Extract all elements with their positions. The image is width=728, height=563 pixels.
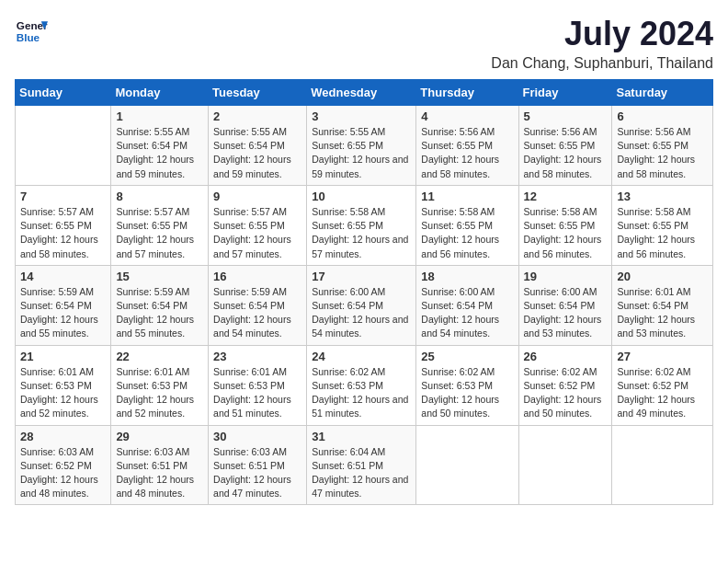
days-header-row: Sunday Monday Tuesday Wednesday Thursday… [16,80,713,106]
table-row: 16 Sunrise: 5:59 AMSunset: 6:54 PMDaylig… [209,265,307,345]
day-detail: Sunrise: 6:01 AMSunset: 6:53 PMDaylight:… [116,366,194,419]
day-number: 5 [524,109,608,123]
day-detail: Sunrise: 6:03 AMSunset: 6:51 PMDaylight:… [116,446,194,500]
day-detail: Sunrise: 5:55 AMSunset: 6:54 PMDaylight:… [116,126,194,179]
day-detail: Sunrise: 6:01 AMSunset: 6:53 PMDaylight:… [213,366,291,419]
table-row: 1 Sunrise: 5:55 AMSunset: 6:54 PMDayligh… [111,106,209,186]
header-thursday: Thursday [416,80,518,106]
day-number: 1 [116,109,203,123]
table-row: 8 Sunrise: 5:57 AMSunset: 6:55 PMDayligh… [111,185,209,265]
day-number: 8 [116,190,203,203]
table-row [612,425,713,505]
table-row: 10 Sunrise: 5:58 AMSunset: 6:55 PMDaylig… [307,185,416,265]
table-row: 7 Sunrise: 5:57 AMSunset: 6:55 PMDayligh… [16,185,111,265]
day-number: 4 [421,109,513,123]
day-detail: Sunrise: 5:56 AMSunset: 6:55 PMDaylight:… [524,126,602,179]
calendar-week-row: 7 Sunrise: 5:57 AMSunset: 6:55 PMDayligh… [16,185,713,265]
day-number: 26 [524,350,608,363]
table-row: 12 Sunrise: 5:58 AMSunset: 6:55 PMDaylig… [518,185,612,265]
calendar-location: Dan Chang, Suphanburi, Thailand [491,55,713,72]
calendar-week-row: 1 Sunrise: 5:55 AMSunset: 6:54 PMDayligh… [16,106,713,186]
calendar-week-row: 14 Sunrise: 5:59 AMSunset: 6:54 PMDaylig… [16,265,713,345]
day-detail: Sunrise: 6:01 AMSunset: 6:54 PMDaylight:… [617,286,695,339]
header-tuesday: Tuesday [209,80,307,106]
table-row: 31 Sunrise: 6:04 AMSunset: 6:51 PMDaylig… [307,425,416,505]
table-row: 30 Sunrise: 6:03 AMSunset: 6:51 PMDaylig… [209,425,307,505]
header: General Blue July 2024 Dan Chang, Suphan… [15,15,713,72]
day-number: 18 [421,270,513,283]
table-row: 6 Sunrise: 5:56 AMSunset: 6:55 PMDayligh… [612,106,713,186]
calendar-table: Sunday Monday Tuesday Wednesday Thursday… [15,79,713,505]
header-wednesday: Wednesday [307,80,416,106]
day-number: 19 [524,270,608,283]
day-detail: Sunrise: 5:57 AMSunset: 6:55 PMDaylight:… [116,206,194,259]
day-detail: Sunrise: 5:57 AMSunset: 6:55 PMDaylight:… [213,206,291,259]
table-row: 18 Sunrise: 6:00 AMSunset: 6:54 PMDaylig… [416,265,518,345]
day-number: 6 [617,109,708,123]
table-row: 3 Sunrise: 5:55 AMSunset: 6:55 PMDayligh… [307,106,416,186]
table-row: 2 Sunrise: 5:55 AMSunset: 6:54 PMDayligh… [209,106,307,186]
day-detail: Sunrise: 5:56 AMSunset: 6:55 PMDaylight:… [421,126,499,179]
day-detail: Sunrise: 6:03 AMSunset: 6:51 PMDaylight:… [213,446,291,500]
table-row: 5 Sunrise: 5:56 AMSunset: 6:55 PMDayligh… [518,106,612,186]
day-detail: Sunrise: 5:58 AMSunset: 6:55 PMDaylight:… [524,206,602,259]
day-number: 23 [213,350,301,363]
day-number: 28 [20,430,106,443]
header-monday: Monday [111,80,209,106]
day-detail: Sunrise: 6:02 AMSunset: 6:52 PMDaylight:… [617,366,695,419]
table-row: 23 Sunrise: 6:01 AMSunset: 6:53 PMDaylig… [209,345,307,425]
day-detail: Sunrise: 5:59 AMSunset: 6:54 PMDaylight:… [20,286,98,339]
day-detail: Sunrise: 6:00 AMSunset: 6:54 PMDaylight:… [312,286,408,339]
table-row [416,425,518,505]
table-row: 26 Sunrise: 6:02 AMSunset: 6:52 PMDaylig… [518,345,612,425]
logo: General Blue [15,15,48,48]
calendar-title: July 2024 [491,15,713,53]
header-saturday: Saturday [612,80,713,106]
table-row: 20 Sunrise: 6:01 AMSunset: 6:54 PMDaylig… [612,265,713,345]
title-block: July 2024 Dan Chang, Suphanburi, Thailan… [491,15,713,72]
day-number: 3 [312,109,411,123]
table-row: 15 Sunrise: 5:59 AMSunset: 6:54 PMDaylig… [111,265,209,345]
table-row [16,106,111,186]
table-row: 11 Sunrise: 5:58 AMSunset: 6:55 PMDaylig… [416,185,518,265]
day-detail: Sunrise: 6:02 AMSunset: 6:53 PMDaylight:… [421,366,499,419]
day-number: 29 [116,430,203,443]
day-number: 2 [213,109,301,123]
day-detail: Sunrise: 5:55 AMSunset: 6:55 PMDaylight:… [312,126,408,179]
header-sunday: Sunday [16,80,111,106]
table-row: 24 Sunrise: 6:02 AMSunset: 6:53 PMDaylig… [307,345,416,425]
day-number: 30 [213,430,301,443]
day-number: 17 [312,270,411,283]
table-row: 29 Sunrise: 6:03 AMSunset: 6:51 PMDaylig… [111,425,209,505]
day-detail: Sunrise: 6:04 AMSunset: 6:51 PMDaylight:… [312,446,408,500]
day-number: 24 [312,350,411,363]
table-row: 13 Sunrise: 5:58 AMSunset: 6:55 PMDaylig… [612,185,713,265]
calendar-week-row: 21 Sunrise: 6:01 AMSunset: 6:53 PMDaylig… [16,345,713,425]
calendar-week-row: 28 Sunrise: 6:03 AMSunset: 6:52 PMDaylig… [16,425,713,505]
day-number: 20 [617,270,708,283]
day-number: 7 [20,190,106,203]
day-detail: Sunrise: 5:59 AMSunset: 6:54 PMDaylight:… [213,286,291,339]
day-number: 13 [617,190,708,203]
day-number: 11 [421,190,513,203]
day-detail: Sunrise: 6:02 AMSunset: 6:52 PMDaylight:… [524,366,602,419]
day-number: 31 [312,430,411,443]
day-number: 15 [116,270,203,283]
day-number: 14 [20,270,106,283]
day-detail: Sunrise: 5:59 AMSunset: 6:54 PMDaylight:… [116,286,194,339]
day-number: 9 [213,190,301,203]
day-detail: Sunrise: 5:56 AMSunset: 6:55 PMDaylight:… [617,126,695,179]
header-friday: Friday [518,80,612,106]
table-row: 9 Sunrise: 5:57 AMSunset: 6:55 PMDayligh… [209,185,307,265]
day-detail: Sunrise: 5:55 AMSunset: 6:54 PMDaylight:… [213,126,291,179]
day-detail: Sunrise: 5:58 AMSunset: 6:55 PMDaylight:… [312,206,408,259]
day-detail: Sunrise: 6:02 AMSunset: 6:53 PMDaylight:… [312,366,408,419]
day-detail: Sunrise: 6:03 AMSunset: 6:52 PMDaylight:… [20,446,98,500]
day-number: 25 [421,350,513,363]
day-number: 22 [116,350,203,363]
table-row: 22 Sunrise: 6:01 AMSunset: 6:53 PMDaylig… [111,345,209,425]
day-detail: Sunrise: 5:58 AMSunset: 6:55 PMDaylight:… [617,206,695,259]
table-row: 25 Sunrise: 6:02 AMSunset: 6:53 PMDaylig… [416,345,518,425]
day-number: 21 [20,350,106,363]
day-number: 12 [524,190,608,203]
